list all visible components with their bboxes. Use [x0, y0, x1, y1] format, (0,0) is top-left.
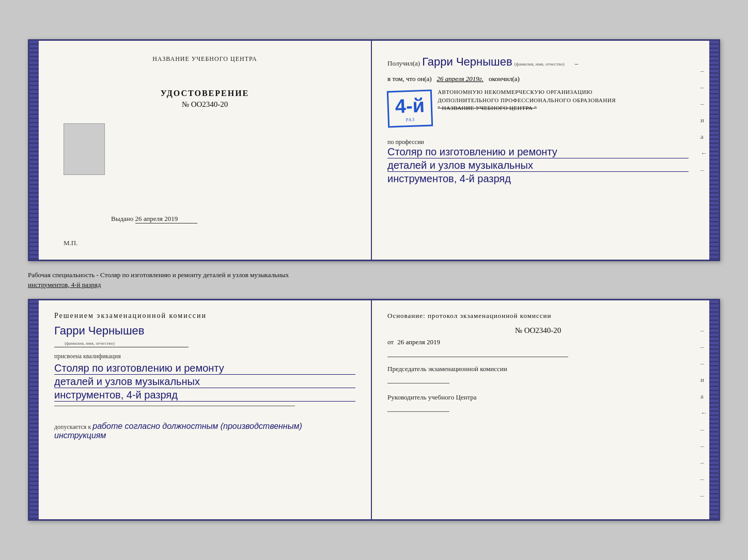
recipient-block: Получил(а) Гарри Чернышев (фамилия, имя,… — [387, 55, 689, 69]
school-name-header: НАЗВАНИЕ УЧЕБНОГО ЦЕНТРА — [54, 55, 355, 63]
org-line3: " НАЗВАНИЕ УЧЕБНОГО ЦЕНТРА " — [438, 104, 616, 112]
center-leader-label: Руководитель учебного Центра — [387, 393, 689, 402]
bottom-side-dashes: – – – и а ← – – – – – — [700, 326, 709, 500]
side-dashes-right: – – – и а ← – — [700, 67, 709, 174]
qual-line1: Столяр по изготовлению и ремонту — [387, 146, 689, 158]
cert-title: УДОСТОВЕРЕНИЕ — [54, 89, 355, 98]
qual-line2: деталей и узлов музыкальных — [387, 159, 689, 172]
org-line2: ДОПОЛНИТЕЛЬНОГО ПРОФЕССИОНАЛЬНОГО ОБРАЗО… — [438, 97, 616, 104]
recipient-name: Гарри Чернышев — [422, 55, 512, 68]
allowed-text: работе согласно должностным (производств… — [54, 422, 302, 440]
caption-text2: инструментов, 4-й разряд — [28, 281, 101, 289]
allowed-prefix: допускается к — [54, 423, 91, 430]
top-right-page: Получил(а) Гарри Чернышев (фамилия, имя,… — [372, 41, 709, 260]
stamp-subtitle: раз — [396, 117, 425, 123]
org-line1: АВТОНОМНУЮ НЕКОММЕРЧЕСКУЮ ОРГАНИЗАЦИЮ — [438, 88, 616, 96]
date-prefix: от — [387, 338, 394, 346]
left-spine — [29, 41, 39, 260]
bottom-qual-line2: деталей и узлов музыкальных — [54, 376, 355, 388]
center-leader-signature-line — [387, 411, 449, 412]
cert-number: № OO2340-20 — [54, 100, 355, 109]
bottom-left-spine — [29, 300, 39, 519]
in-that-block: в том, что он(а) 26 апреля 2019г. окончи… — [387, 75, 689, 83]
recipient-prefix: Получил(а) — [387, 59, 420, 67]
qual-line3: инструментов, 4-й разряд — [387, 173, 689, 185]
assigned-label: присвоена квалификация — [54, 353, 355, 360]
top-left-page: НАЗВАНИЕ УЧЕБНОГО ЦЕНТРА УДОСТОВЕРЕНИЕ №… — [39, 41, 372, 260]
bottom-left-page: Решением экзаменационной комиссии Гарри … — [39, 300, 372, 519]
name-hint: (фамилия, имя, отчество) — [515, 61, 565, 67]
commission-signature-line — [387, 383, 449, 383]
right-spine — [709, 41, 719, 260]
bottom-name-hint: (фамилия, имя, отчество) — [65, 341, 115, 346]
photo-placeholder — [64, 123, 105, 175]
rank-stamp: 4-й раз — [387, 90, 433, 128]
prof-label: по профессии — [387, 138, 689, 146]
issued-date: 26 апреля 2019 — [135, 215, 197, 223]
bottom-name-block: Гарри Чернышев (фамилия, имя, отчество) — [54, 324, 355, 347]
issued-label: Выдано — [111, 215, 133, 222]
top-document-spread: НАЗВАНИЕ УЧЕБНОГО ЦЕНТРА УДОСТОВЕРЕНИЕ №… — [28, 39, 720, 261]
protocol-number: № OO2340-20 — [387, 326, 689, 335]
caption-block: Рабочая специальность - Столяр по изгото… — [28, 270, 720, 289]
org-block: АВТОНОМНУЮ НЕКОММЕРЧЕСКУЮ ОРГАНИЗАЦИЮ ДО… — [438, 88, 616, 112]
in-that-label: в том, что он(а) — [387, 75, 432, 83]
bottom-person-name: Гарри Чернышев — [54, 324, 144, 337]
bottom-right-page: Основание: протокол экзаменационной коми… — [372, 300, 709, 519]
bottom-qual-line3: инструментов, 4-й разряд — [54, 389, 355, 402]
date-value: 26 апреля 2019г. — [437, 75, 484, 83]
stamp-org-block: 4-й раз АВТОНОМНУЮ НЕКОММЕРЧЕСКУЮ ОРГАНИ… — [387, 86, 689, 131]
mp-label: М.П. — [64, 239, 77, 247]
caption-text: Рабочая специальность - Столяр по изгото… — [28, 271, 289, 279]
protocol-date-value: 26 апреля 2019 — [397, 338, 440, 346]
bottom-qual-line1: Столяр по изготовлению и ремонту — [54, 362, 355, 375]
bottom-document-spread: Решением экзаменационной комиссии Гарри … — [28, 299, 720, 521]
decision-title: Решением экзаменационной комиссии — [54, 312, 355, 320]
allowed-block: допускается к работе согласно должностны… — [54, 422, 355, 440]
finished-label: окончил(а) — [489, 75, 520, 83]
bottom-right-spine — [709, 300, 719, 519]
dash-1: – — [575, 59, 579, 67]
stamp-number: 4-й — [395, 94, 425, 118]
basis-title: Основание: протокол экзаменационной коми… — [387, 312, 689, 320]
protocol-date: от 26 апреля 2019 — [387, 338, 689, 346]
commission-label: Председатель экзаменационной комиссии — [387, 364, 689, 374]
